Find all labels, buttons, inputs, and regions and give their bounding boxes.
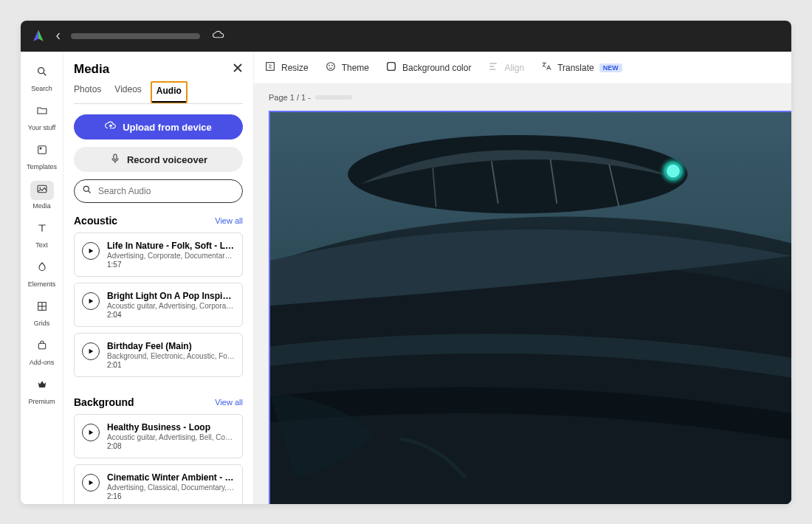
view-all-link[interactable]: View all — [215, 216, 243, 225]
rail-label: Templates — [27, 163, 57, 170]
svg-point-23 — [348, 135, 687, 213]
rail-label: Elements — [28, 280, 56, 288]
tool-resize[interactable]: Resize — [264, 61, 309, 75]
svg-point-0 — [38, 68, 44, 74]
text-icon — [36, 222, 48, 237]
track-duration: 1:57 — [107, 261, 235, 269]
tab-videos[interactable]: Videos — [114, 84, 141, 103]
media-tabs: Photos Videos Audio — [74, 84, 243, 104]
section-title: Background — [74, 396, 134, 408]
track-tags: Acoustic guitar, Advertising, Corporate,… — [107, 302, 235, 310]
rail-item-media[interactable]: Media — [23, 176, 61, 214]
rail-label: Add-ons — [30, 359, 55, 366]
track-title: Life In Nature - Folk, Soft - Loop — [107, 241, 235, 251]
svg-point-11 — [83, 186, 89, 191]
tool-translate[interactable]: Translate NEW — [540, 61, 622, 75]
track-title: Birthday Feel (Main) — [107, 341, 235, 351]
search-audio-input[interactable] — [98, 186, 235, 196]
track-tags: Acoustic guitar, Advertising, Bell, Corp… — [107, 433, 235, 441]
grids-icon — [36, 300, 48, 315]
microphone-icon — [109, 153, 121, 167]
tab-photos[interactable]: Photos — [74, 84, 101, 103]
rail-item-premium[interactable]: Premium — [23, 372, 61, 410]
translate-icon — [540, 61, 552, 75]
play-button[interactable] — [82, 424, 100, 441]
theme-icon — [325, 61, 337, 75]
rail-item-search[interactable]: Search — [23, 59, 61, 97]
rail-item-addons[interactable]: Add-ons — [23, 333, 61, 370]
track-title: Cinematic Winter Ambient - Loop — [107, 472, 235, 483]
play-button[interactable] — [82, 474, 100, 492]
elements-icon — [36, 261, 48, 276]
svg-point-15 — [328, 65, 330, 66]
page-title-placeholder — [315, 95, 352, 100]
upload-button[interactable]: Upload from device — [74, 114, 243, 139]
main: Search Your stuff Templates Media Text E… — [21, 52, 791, 504]
panel-title: Media — [74, 62, 109, 77]
record-label: Record voiceover — [127, 154, 207, 165]
upload-icon — [105, 120, 117, 134]
rail-item-grids[interactable]: Grids — [23, 294, 61, 331]
tab-audio[interactable]: Audio — [151, 81, 187, 103]
search-audio-box[interactable] — [74, 179, 243, 203]
search-icon — [82, 185, 92, 198]
rail-item-elements[interactable]: Elements — [23, 255, 61, 292]
upload-label: Upload from device — [123, 122, 212, 133]
close-icon[interactable] — [233, 63, 243, 76]
track-duration: 2:04 — [107, 311, 235, 319]
svg-rect-17 — [388, 63, 396, 71]
addons-icon — [36, 339, 48, 354]
rail-label: Media — [32, 202, 51, 210]
cloud-icon[interactable] — [212, 30, 225, 43]
play-button[interactable] — [82, 342, 100, 360]
tool-background-color[interactable]: Background color — [385, 61, 471, 75]
play-button[interactable] — [82, 242, 100, 260]
rail-label: Grids — [34, 320, 50, 327]
tool-theme[interactable]: Theme — [325, 61, 369, 75]
track-tags: Advertising, Corporate, Documentary, D… — [107, 252, 235, 260]
audio-track[interactable]: Cinematic Winter Ambient - Loop Advertis… — [74, 464, 243, 504]
back-chevron-icon[interactable] — [55, 30, 62, 43]
audio-track[interactable]: Healthy Business - Loop Acoustic guitar,… — [74, 414, 243, 458]
rail-label: Your stuff — [28, 124, 56, 131]
track-title: Healthy Business - Loop — [107, 422, 235, 432]
svg-line-1 — [44, 73, 46, 75]
rail-item-your-stuff[interactable]: Your stuff — [23, 98, 61, 136]
rail-item-text[interactable]: Text — [23, 216, 61, 253]
canvas-wrap: Page 1 / 1 - — [254, 84, 791, 504]
title-placeholder — [71, 33, 200, 39]
svg-rect-3 — [39, 148, 41, 150]
record-voiceover-button[interactable]: Record voiceover — [74, 147, 243, 172]
canvas-area: Resize Theme Background color Align Tran… — [254, 52, 791, 504]
audio-track[interactable]: Bright Light On A Pop Inspiratio… Acoust… — [74, 283, 243, 327]
canvas-image[interactable] — [269, 111, 791, 504]
page-label: Page 1 / 1 - — [269, 93, 352, 102]
rail-label: Premium — [28, 398, 55, 405]
audio-track[interactable]: Life In Nature - Folk, Soft - Loop Adver… — [74, 232, 243, 277]
svg-rect-2 — [38, 146, 46, 154]
media-icon — [36, 183, 48, 198]
rail-item-templates[interactable]: Templates — [23, 137, 61, 175]
track-duration: 2:16 — [107, 492, 235, 500]
folder-icon — [36, 105, 48, 120]
media-panel: Media Photos Videos Audio Upload from de… — [63, 52, 254, 504]
view-all-link[interactable]: View all — [215, 398, 243, 407]
svg-rect-9 — [38, 343, 45, 348]
svg-point-14 — [326, 63, 334, 71]
new-badge: NEW — [599, 63, 622, 72]
audio-track[interactable]: Birthday Feel (Main) Background, Electro… — [74, 333, 243, 377]
track-tags: Background, Electronic, Acoustic, Folk, … — [107, 352, 235, 360]
svg-point-5 — [39, 187, 41, 189]
section-title: Acoustic — [74, 215, 117, 227]
left-rail: Search Your stuff Templates Media Text E… — [21, 52, 63, 504]
ufo-artwork — [270, 112, 791, 504]
background-color-icon — [385, 61, 397, 75]
templates-icon — [36, 144, 48, 159]
search-icon — [36, 66, 48, 80]
track-duration: 2:08 — [107, 442, 235, 450]
premium-icon — [36, 379, 48, 393]
tool-align: Align — [487, 61, 524, 75]
svg-point-16 — [331, 65, 333, 66]
play-button[interactable] — [82, 292, 100, 310]
canvas-toolbar: Resize Theme Background color Align Tran… — [254, 52, 791, 84]
